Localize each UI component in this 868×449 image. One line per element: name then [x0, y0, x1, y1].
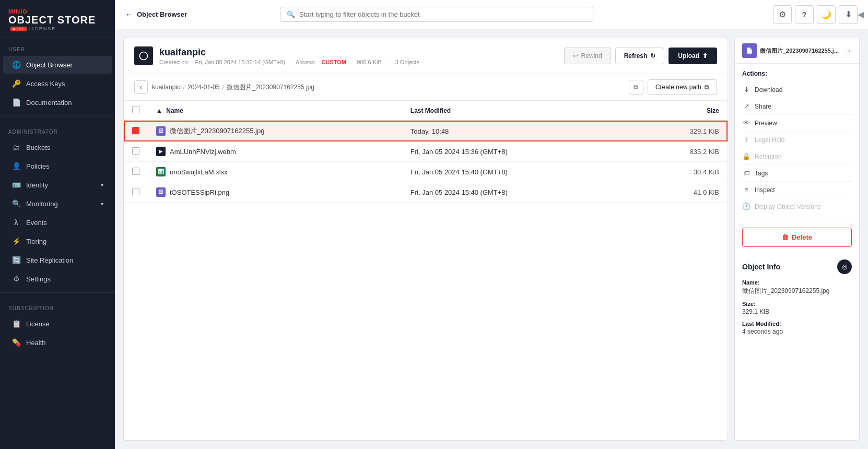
row-checkbox-1[interactable] — [132, 147, 139, 155]
select-all-checkbox[interactable] — [132, 106, 139, 113]
logo-title: OBJECT STORE — [8, 15, 96, 25]
header-modified-col[interactable]: Last Modified — [402, 101, 634, 121]
logo-license: LICENSE — [29, 26, 56, 31]
sidebar-item-object-browser-label: Object Browser — [26, 61, 73, 69]
object-version-action-icon: 🕐 — [742, 203, 750, 210]
sidebar-item-site-replication[interactable]: 🔄 Site Replication — [3, 251, 112, 269]
row-checkbox-2[interactable] — [132, 168, 139, 175]
row-size-cell-0: 329.1 KiB — [634, 121, 728, 141]
row-checkbox-3[interactable] — [132, 188, 139, 195]
site-replication-icon: 🔄 — [11, 256, 21, 264]
path-part-date[interactable]: 2024-01-05 — [187, 84, 219, 91]
help-button[interactable]: ? — [795, 5, 814, 24]
identity-icon: 🪪 — [11, 181, 21, 189]
preview-filename: 微信图片_20230907162255.j... — [760, 47, 841, 55]
sidebar-item-settings[interactable]: ⚙ Settings — [3, 270, 112, 288]
right-panel: 微信图片_20230907162255.j... → Actions: ⬇ Do… — [734, 38, 860, 441]
create-new-path-button[interactable]: Create new path ⧉ — [648, 79, 717, 95]
sidebar-item-identity[interactable]: 🪪 Identity ▾ — [3, 176, 112, 194]
sidebar-item-monitoring[interactable]: 🔍 Monitoring ▾ — [3, 195, 112, 212]
action-inspect-label: Inspect — [755, 186, 775, 194]
sidebar-item-buckets[interactable]: 🗂 Buckets — [3, 138, 112, 156]
access-label: Access: — [296, 59, 316, 65]
bucket-info: kuaifanpic Created on: Fri, Jan 05 2024 … — [159, 47, 558, 65]
sidebar-item-tiering[interactable]: ⚡ Tiering — [3, 232, 112, 250]
sidebar-item-health[interactable]: 💊 Health — [3, 334, 112, 351]
settings-icon: ⚙ — [11, 275, 21, 283]
table-header-row: ▲ Name Last Modified Size — [124, 101, 728, 121]
settings-button[interactable]: ⚙ — [773, 5, 792, 24]
user-section-label: User — [0, 38, 115, 55]
sidebar-item-events[interactable]: λ Events — [3, 214, 112, 231]
refresh-icon: ↻ — [650, 52, 655, 60]
row-filename-0: 微信图片_20230907162255.jpg — [170, 126, 264, 136]
action-share[interactable]: ↗ Share — [742, 98, 852, 115]
table-row[interactable]: ▶ AmLUnhFNVizj.webm Fri, Jan 05 2024 15:… — [124, 141, 728, 162]
moon-icon: 🌙 — [821, 9, 831, 19]
header-name-label: Name — [166, 107, 183, 114]
buckets-icon: 🗂 — [11, 143, 21, 151]
delete-button[interactable]: 🗑 Delete — [742, 228, 852, 247]
sidebar-item-access-keys[interactable]: 🔑 Access Keys — [3, 75, 112, 92]
sidebar-item-monitoring-label: Monitoring — [26, 200, 58, 208]
row-checkbox-0[interactable] — [132, 127, 139, 134]
sidebar-item-documentation[interactable]: 📄 Documentation — [3, 93, 112, 111]
rewind-icon: ↩ — [573, 52, 578, 60]
header-name-col[interactable]: ▲ Name — [148, 101, 402, 121]
row-name-cell-3: 🖼 tOSOTESSipRi.png — [148, 182, 402, 203]
path-sep-1: / — [183, 84, 186, 91]
upload-button[interactable]: Upload ⬆ — [668, 48, 717, 64]
action-preview[interactable]: 👁 Preview — [742, 115, 852, 132]
legal-hold-action-icon: ⬆ — [742, 136, 750, 144]
file-type-icon-0: 🖼 — [156, 126, 166, 136]
help-icon: ? — [802, 10, 807, 19]
sidebar-item-documentation-label: Documentation — [26, 99, 72, 107]
object-info-section: Object Info ◎ Name: 微信图片_20230907162255.… — [735, 253, 859, 347]
path-part-bucket[interactable]: kuaifanpic — [152, 84, 180, 91]
refresh-label: Refresh — [624, 52, 648, 60]
table-row[interactable]: 📊 onoSwujlxLaM.xlsx Fri, Jan 05 2024 15:… — [124, 162, 728, 182]
header-size-col[interactable]: Size — [634, 101, 728, 121]
actions-title: Actions: — [742, 70, 852, 77]
sidebar-item-health-label: Health — [26, 339, 46, 347]
identity-chevron-icon: ▾ — [101, 182, 103, 188]
monitoring-chevron-icon: ▾ — [101, 201, 103, 207]
table-row[interactable]: 🖼 tOSOTESSipRi.png Fri, Jan 05 2024 15:4… — [124, 182, 728, 203]
action-object-version: 🕐 Display Object Versions — [742, 198, 852, 215]
copy-path-button[interactable]: ⧉ — [629, 80, 643, 94]
sidebar-item-policies[interactable]: 👤 Policies — [3, 157, 112, 175]
sidebar-item-object-browser[interactable]: 🌐 Object Browser — [3, 56, 112, 74]
path-back-button[interactable]: ‹ — [134, 80, 148, 94]
tags-action-icon: 🏷 — [742, 169, 750, 177]
info-name-label: Name: — [742, 279, 852, 286]
back-to-browser-button[interactable]: ← Object Browser — [125, 10, 187, 19]
bucket-name: kuaifanpic — [159, 47, 558, 58]
bucket-objects: 3 Objects — [395, 59, 419, 65]
theme-toggle-button[interactable]: 🌙 — [817, 5, 836, 24]
action-inspect[interactable]: ≡ Inspect — [742, 182, 852, 198]
row-size-cell-1: 835.2 KiB — [634, 141, 728, 162]
action-download[interactable]: ⬇ Download — [742, 81, 852, 98]
rewind-button[interactable]: ↩ Rewind — [564, 48, 611, 64]
search-input[interactable] — [299, 10, 587, 18]
table-row[interactable]: 🖼 微信图片_20230907162255.jpg Today, 10:48 3… — [124, 121, 728, 141]
object-browser-icon: 🌐 — [11, 61, 21, 69]
sidebar-item-license[interactable]: 📋 License — [3, 315, 112, 333]
topbar: ← Object Browser 🔍 ⚙ ? 🌙 ⬇ — [115, 0, 868, 29]
upload-icon: ⬆ — [702, 52, 708, 60]
sidebar-divider-1 — [0, 116, 115, 116]
row-checkbox-cell — [124, 141, 148, 162]
documentation-icon: 📄 — [11, 98, 21, 107]
row-name-cell-2: 📊 onoSwujlxLaM.xlsx — [148, 162, 402, 182]
sidebar-item-buckets-label: Buckets — [26, 144, 50, 151]
action-tags[interactable]: 🏷 Tags — [742, 165, 852, 182]
action-download-label: Download — [755, 86, 782, 93]
action-tags-label: Tags — [755, 170, 768, 177]
sidebar-item-tiering-label: Tiering — [26, 238, 46, 245]
sidebar-divider-2 — [0, 292, 115, 293]
info-name-field: Name: 微信图片_20230907162255.jpg — [742, 279, 852, 296]
expand-panel-icon[interactable]: → — [844, 46, 852, 55]
gear-icon: ⚙ — [779, 9, 786, 19]
refresh-button[interactable]: Refresh ↻ — [615, 48, 665, 64]
actions-section: Actions: ⬇ Download ↗ Share 👁 Preview ⬆ … — [735, 64, 859, 221]
